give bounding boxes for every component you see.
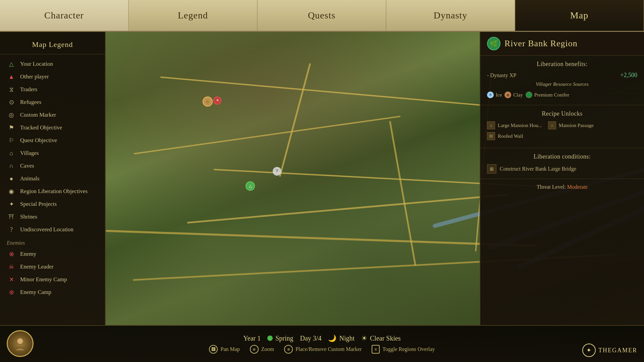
legend-item-traders: ⧖ Traders [0, 83, 105, 96]
legend-item-undiscovered: ? Undiscovered Location [0, 223, 105, 236]
mansion-passage-icon: ⌂ [548, 121, 556, 129]
legend-item-other-player: ▲ Other player [0, 70, 105, 83]
pan-control: 🅱 Pan Map [209, 345, 239, 354]
year-label: Year 1 [243, 335, 261, 342]
tab-character[interactable]: Character [0, 0, 129, 31]
year-item: Year 1 [243, 335, 261, 342]
pan-key-icon: 🅱 [209, 345, 218, 354]
season-icon [267, 336, 273, 341]
toggle-label: Toggle Regions Overlay [382, 346, 435, 352]
resource-conifer: 🌲 Premium Conifer [526, 92, 570, 98]
resource-ice: ❄ Ice [487, 92, 502, 98]
liberation-conditions-title: Liberation conditions: [487, 153, 637, 160]
zoom-key-icon: ⊕ [250, 345, 259, 354]
custom-marker-icon: ◎ [7, 110, 16, 120]
roofed-wall-icon: ⊟ [487, 132, 495, 140]
brand-logo: ✦ THEGAMER [582, 344, 637, 357]
village-map-marker[interactable]: ⌂ [203, 97, 213, 107]
svg-point-1 [18, 339, 22, 343]
recipe-large-mansion: ⌂ Large Mansion Hou... ⌂ Mansion Passage [487, 121, 637, 129]
weather-item: ☀ Clear Skies [361, 334, 401, 342]
region-header: 🌿 River Bank Region [480, 32, 644, 56]
day-item: Day 3/4 [300, 335, 322, 342]
recipe-unlocks-section: Recipe Unlocks ⌂ Large Mansion Hou... ⌂ … [480, 105, 644, 148]
enemy-map-marker[interactable]: ✕ [213, 97, 221, 105]
region-name: River Bank Region [504, 39, 578, 49]
dynasty-xp-label: - Dynasty XP [487, 72, 516, 78]
other-player-icon: ▲ [7, 72, 16, 81]
refugees-icon: ⊙ [7, 98, 16, 107]
ice-icon: ❄ [487, 92, 494, 98]
legend-item-refugees: ⊙ Refugees [0, 96, 105, 109]
legend-item-enemy-leader: ☠ Enemy Leader [0, 260, 105, 273]
enemies-section-title: Enemies [0, 236, 105, 248]
legend-panel: Map Legend △ Your Location ▲ Other playe… [0, 32, 106, 325]
quest-objective-icon: ⚐ [7, 136, 16, 145]
controls-bar: 🅱 Pan Map ⊕ Zoom ⊕ Place/Remove Custom M… [209, 345, 435, 354]
weather-label: Clear Skies [370, 335, 401, 342]
liberation-benefits-title: Liberation benefits: [487, 61, 637, 68]
time-label: Night [339, 335, 355, 342]
quest-map-marker[interactable]: ? [273, 167, 281, 176]
legend-item-caves: ∩ Caves [0, 160, 105, 172]
legend-item-animals: ● Animals [0, 172, 105, 185]
region-icon: 🌿 [487, 37, 500, 50]
undiscovered-icon: ? [7, 225, 16, 234]
villages-icon: ⌂ [7, 148, 16, 158]
time-bar: Year 1 Spring Day 3/4 🌙 Night ☀ Clear Sk… [243, 334, 400, 342]
legend-item-quest-objective: ⚐ Quest Objective [0, 134, 105, 147]
season-label: Spring [275, 335, 293, 342]
legend-item-enemy: ⊗ Enemy [0, 248, 105, 260]
minor-camp-icon: ✕ [7, 275, 16, 284]
day-label: Day 3/4 [300, 335, 322, 342]
villager-resources-title: Villager Resource Sources [487, 81, 637, 87]
enemy-icon: ⊗ [7, 249, 16, 259]
condition-bridge: ⊞ Construct River Bank Large Bridge [487, 164, 637, 174]
bridge-condition-icon: ⊞ [487, 164, 496, 174]
enemy-camp-icon: ⊛ [7, 288, 16, 297]
legend-item-region-liberation: ◉ Region Liberation Objectives [0, 185, 105, 198]
resource-grid: ❄ Ice ◉ Clay 🌲 Premium Conifer [487, 90, 637, 100]
recipe-roofed-wall: ⊟ Roofed Wall [487, 132, 637, 140]
special-projects-icon: ✦ [7, 199, 16, 209]
player-map-marker[interactable]: △ [246, 181, 255, 191]
place-key-icon: ⊕ [284, 345, 293, 354]
legend-item-special-projects: ✦ Special Projects [0, 198, 105, 210]
resource-clay: ◉ Clay [504, 92, 523, 98]
dynasty-xp-value: +2,500 [620, 72, 637, 79]
season-item: Spring [267, 335, 293, 342]
tracked-objective-icon: ⚑ [7, 123, 16, 132]
enemy-leader-icon: ☠ [7, 262, 16, 272]
logo-text: THEGAMER [598, 347, 637, 354]
place-label: Place/Remove Custom Marker [296, 346, 362, 352]
legend-item-minor-camp: ✕ Minor Enemy Camp [0, 273, 105, 286]
animals-icon: ● [7, 174, 16, 183]
tab-dynasty[interactable]: Dynasty [386, 0, 515, 31]
zoom-label: Zoom [261, 346, 274, 352]
time-item: 🌙 Night [328, 334, 355, 342]
dynasty-xp-row: - Dynasty XP +2,500 [487, 72, 637, 79]
liberation-conditions-section: Liberation conditions: ⊞ Construct River… [480, 148, 644, 179]
zoom-control: ⊕ Zoom [250, 345, 274, 354]
toggle-control: R Toggle Regions Overlay [372, 345, 435, 354]
threat-value: Moderate [567, 184, 588, 190]
conifer-icon: 🌲 [526, 92, 532, 98]
threat-section: Threat Level: Moderate [480, 179, 644, 195]
your-location-icon: △ [7, 59, 16, 69]
legend-item-tracked-objective: ⚑ Tracked Objective [0, 121, 105, 134]
night-icon: 🌙 [328, 334, 336, 342]
tab-legend[interactable]: Legend [129, 0, 258, 31]
toggle-key-icon: R [372, 345, 380, 354]
large-mansion-icon: ⌂ [487, 121, 495, 129]
legend-item-your-location: △ Your Location [0, 58, 105, 70]
player-avatar [7, 330, 34, 357]
region-liberation-icon: ◉ [7, 187, 16, 196]
legend-item-custom-marker: ◎ Custom Marker [0, 109, 105, 121]
bottom-bar: Year 1 Spring Day 3/4 🌙 Night ☀ Clear Sk… [0, 325, 644, 362]
logo-icon: ✦ [582, 344, 596, 357]
tab-map[interactable]: Map [515, 0, 644, 31]
navigation-bar: Character Legend Quests Dynasty Map [0, 0, 644, 32]
tab-quests[interactable]: Quests [258, 0, 386, 31]
legend-item-villages: ⌂ Villages [0, 147, 105, 160]
traders-icon: ⧖ [7, 85, 16, 94]
